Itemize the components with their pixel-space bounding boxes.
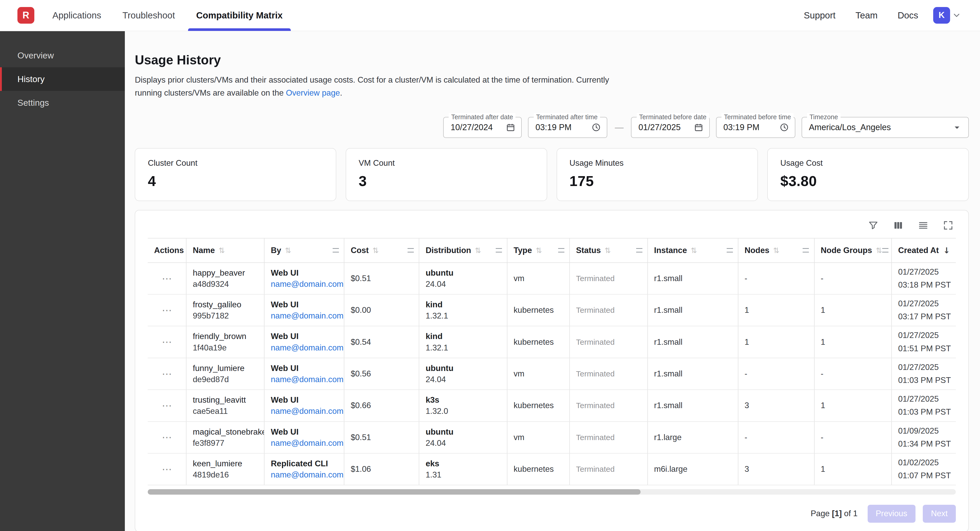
column-menu-handle[interactable] [332,248,339,252]
terminated-after-date-field[interactable]: Terminated after date 10/27/2024 [443,117,522,138]
cell-instance: r1.large [648,422,738,453]
sidebar-item-history[interactable]: History [0,67,125,91]
column-menu-handle[interactable] [803,248,809,252]
nav-tab-label: Applications [52,10,102,21]
sort-icon[interactable]: ⇅ [605,246,611,255]
nav-tab-troubleshoot[interactable]: Troubleshoot [115,0,183,31]
nav-link-docs[interactable]: Docs [897,10,918,21]
density-icon[interactable] [916,218,931,233]
column-menu-handle[interactable] [496,248,502,252]
column-menu-handle[interactable] [636,248,643,252]
sidebar-item-label: History [18,74,45,84]
created-time: 03:18 PM PST [898,280,950,290]
column-header-created-at[interactable]: Created At ↓ [892,238,956,262]
fullscreen-icon[interactable] [941,218,956,233]
cell-actions: ⋯ [148,295,186,326]
shell: OverviewHistorySettings Usage History Di… [0,31,980,531]
row-actions-button[interactable]: ⋯ [162,369,172,379]
horizontal-scrollbar[interactable] [148,489,956,495]
email-link[interactable]: name@domain.com [271,470,337,480]
distribution-name: ubuntu [425,268,500,278]
sidebar: OverviewHistorySettings [0,31,125,531]
cell-created-at: 01/27/2025 03:18 PM PST [892,263,956,294]
usage-table: Actions Name ⇅ By ⇅ Cost ⇅ Distribution … [148,238,956,485]
cell-actions: ⋯ [148,390,186,421]
row-actions-button[interactable]: ⋯ [162,432,172,442]
row-actions-button[interactable]: ⋯ [162,337,172,347]
user-menu[interactable]: K [933,7,961,24]
row-actions-button[interactable]: ⋯ [162,274,172,284]
email-link[interactable]: name@domain.com [271,375,337,384]
cluster-id: fe3f8977 [193,439,258,448]
field-label: Terminated before time [721,113,794,121]
terminated-before-date-field[interactable]: Terminated before date 01/27/2025 [631,117,710,138]
scrollbar-thumb[interactable] [148,489,641,495]
caret-down-icon[interactable] [951,122,963,133]
cell-instance: r1.small [648,295,738,326]
row-actions-button[interactable]: ⋯ [162,305,172,315]
chevron-down-icon[interactable] [952,11,961,20]
next-page-button[interactable]: Next [923,505,956,523]
cell-node-groups: - [815,358,892,390]
nav-tab-compatibility-matrix[interactable]: Compatibility Matrix [188,0,291,31]
sort-icon[interactable]: ⇅ [773,246,779,255]
email-link[interactable]: name@domain.com [271,279,337,289]
columns-icon[interactable] [891,218,906,233]
cell-status: Terminated [570,358,648,390]
clock-icon[interactable] [779,122,789,132]
column-menu-handle[interactable] [727,248,733,252]
nav-link-team[interactable]: Team [856,10,878,21]
cell-by: Web UI name@domain.com [264,358,344,390]
column-header-by[interactable]: By ⇅ [264,238,344,262]
column-header-node-groups[interactable]: Node Groups ⇅ [815,238,892,262]
column-header-instance[interactable]: Instance ⇅ [648,238,738,262]
column-header-type[interactable]: Type ⇅ [508,238,570,262]
column-menu-handle[interactable] [407,248,414,252]
email-link[interactable]: name@domain.com [271,311,337,320]
terminated-after-time-field[interactable]: Terminated after time 03:19 PM [528,117,607,138]
stat-value: 4 [148,173,323,189]
sort-desc-icon[interactable]: ↓ [943,246,950,255]
clock-icon[interactable] [591,122,601,132]
sort-icon[interactable]: ⇅ [372,246,379,255]
timezone-select[interactable]: Timezone America/Los_Angeles [802,117,969,138]
calendar-icon[interactable] [506,122,515,132]
sort-icon[interactable]: ⇅ [219,246,225,255]
cell-cost: $0.51 [344,263,419,294]
column-header-nodes[interactable]: Nodes ⇅ [738,238,815,262]
previous-page-button[interactable]: Previous [868,505,915,523]
replicated-logo[interactable]: R [18,7,34,24]
avatar[interactable]: K [933,7,950,24]
sidebar-item-overview[interactable]: Overview [0,44,125,67]
terminated-before-time-field[interactable]: Terminated before time 03:19 PM [716,117,795,138]
row-actions-button[interactable]: ⋯ [162,464,172,474]
column-menu-handle[interactable] [882,248,888,252]
column-header-name[interactable]: Name ⇅ [186,238,264,262]
nav-link-label: Docs [897,10,918,20]
sort-icon[interactable]: ⇅ [475,246,481,255]
sort-icon[interactable]: ⇅ [876,246,882,255]
email-link[interactable]: name@domain.com [271,439,337,448]
overview-page-link[interactable]: Overview page [286,88,340,97]
cell-cost: $0.00 [344,295,419,326]
nav-tab-applications[interactable]: Applications [44,0,109,31]
calendar-icon[interactable] [694,122,703,132]
column-header-status[interactable]: Status ⇅ [570,238,648,262]
row-actions-button[interactable]: ⋯ [162,401,172,411]
nav-link-support[interactable]: Support [804,10,836,21]
sort-icon[interactable]: ⇅ [285,246,291,255]
sidebar-item-settings[interactable]: Settings [0,91,125,114]
distribution-name: k3s [425,395,500,405]
created-date: 01/09/2025 [898,426,950,436]
column-header-distribution[interactable]: Distribution ⇅ [419,238,507,262]
email-link[interactable]: name@domain.com [271,343,337,352]
column-header-cost[interactable]: Cost ⇅ [344,238,419,262]
cell-node-groups: 1 [815,326,892,357]
cell-node-groups: - [815,422,892,453]
email-link[interactable]: name@domain.com [271,407,337,416]
sort-icon[interactable]: ⇅ [536,246,542,255]
cell-created-at: 01/27/2025 03:17 PM PST [892,295,956,326]
filter-icon[interactable] [866,218,881,233]
sort-icon[interactable]: ⇅ [691,246,697,255]
column-menu-handle[interactable] [558,248,565,252]
